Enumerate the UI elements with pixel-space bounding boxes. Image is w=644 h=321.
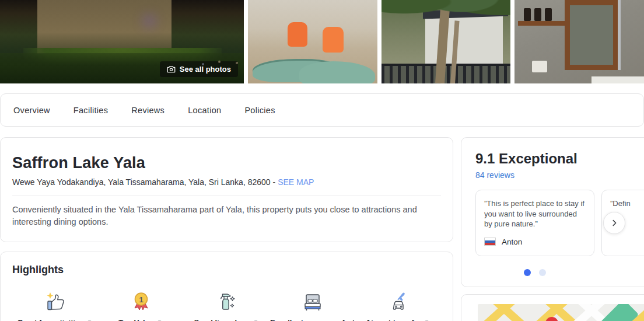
review-score-line: 9.1 Exceptional xyxy=(475,151,644,167)
content-row: Saffron Lake Yala Wewe Yaya Yodakandiya,… xyxy=(0,137,644,321)
photo-bottles-shape xyxy=(524,8,531,21)
photo-shelf-shape xyxy=(518,21,565,26)
photo-shower-shape xyxy=(618,0,621,70)
photo-gallery: See all photos xyxy=(0,0,644,83)
photo-lifevest-shape xyxy=(288,22,307,47)
spray-bottle-icon xyxy=(215,289,239,313)
highlight-sparkling-clean: Sparkling cleani xyxy=(184,289,270,321)
property-page: See all photos Overview Facilities xyxy=(0,0,644,321)
photo-kayak-shape-2 xyxy=(299,61,375,83)
reviews-count-link[interactable]: 84 reviews xyxy=(475,170,514,180)
review-carousel: ”This is perfect place to stay if you wa… xyxy=(475,190,644,256)
property-description: Conveniently situated in the Yala Tissam… xyxy=(12,204,438,229)
photo-mirror-shape xyxy=(565,0,618,70)
carousel-next-button[interactable] xyxy=(603,212,625,234)
divider xyxy=(12,196,441,196)
address-row: Wewe Yaya Yodakandiya, Yala Tissamaharam… xyxy=(12,177,441,187)
thumbs-up-icon xyxy=(44,289,67,313)
highlights-card: Highlights Great for activitiesi xyxy=(0,252,453,321)
highlight-label: Sparkling cleani xyxy=(194,318,259,321)
highlight-airport-transfer: Airport transferi xyxy=(355,289,441,321)
bed-icon xyxy=(301,289,324,313)
main-column: Saffron Lake Yala Wewe Yaya Yodakandiya,… xyxy=(0,137,453,321)
map-preview xyxy=(478,304,644,321)
medal-icon: 1 xyxy=(130,289,153,313)
photo-building-shape xyxy=(37,0,172,54)
photo-lifevest-shape-2 xyxy=(323,27,344,53)
carousel-dot-1[interactable] xyxy=(524,269,531,276)
highlight-great-for-activities: Great for activitiesi xyxy=(12,289,98,321)
highlights-row: Great for activitiesi 1 Top Valuei xyxy=(12,289,441,321)
section-nav: Overview Facilities Reviews Location Pol… xyxy=(0,93,644,127)
property-address: Wewe Yaya Yodakandiya, Yala Tissamaharam… xyxy=(12,177,275,187)
sidebar: 9.1 Exceptional 84 reviews ”This is perf… xyxy=(461,137,644,321)
gallery-photo-villa-exterior[interactable] xyxy=(382,0,511,83)
review-author-row: Anton xyxy=(484,238,586,246)
tab-policies[interactable]: Policies xyxy=(244,106,275,115)
photo-sink-shape xyxy=(592,76,644,83)
property-info-card: Saffron Lake Yala Wewe Yaya Yodakandiya,… xyxy=(0,137,453,242)
review-quote: ”This is perfect place to stay if you wa… xyxy=(484,198,586,229)
highlight-top-value: 1 Top Valuei xyxy=(98,289,184,321)
review-card-1: ”This is perfect place to stay if you wa… xyxy=(475,190,594,256)
see-all-photos-button[interactable]: See all photos xyxy=(160,61,238,77)
map-card[interactable] xyxy=(461,294,644,321)
review-score: 9.1 xyxy=(475,151,495,166)
highlight-room-comfort: Excellent room comfort & qualityi xyxy=(270,289,355,321)
review-score-word: Exceptional xyxy=(499,151,578,166)
gallery-photo-night-garden[interactable]: See all photos xyxy=(0,0,244,83)
photo-fence-shape xyxy=(382,64,511,83)
carousel-dot-2[interactable] xyxy=(539,269,546,276)
photo-foliage-shape xyxy=(382,0,511,30)
tab-overview[interactable]: Overview xyxy=(13,106,50,115)
gallery-photo-bathroom[interactable] xyxy=(514,0,644,83)
see-all-photos-label: See all photos xyxy=(180,65,231,74)
chevron-right-icon xyxy=(610,219,618,227)
highlight-label: Top Valuei xyxy=(118,318,163,321)
highlight-label: Great for activitiesi xyxy=(17,318,93,321)
rating-card: 9.1 Exceptional 84 reviews ”This is perf… xyxy=(461,137,644,287)
russia-flag-icon xyxy=(484,238,496,246)
tab-location[interactable]: Location xyxy=(188,106,221,115)
tab-reviews[interactable]: Reviews xyxy=(131,106,164,115)
review-quote: ”Defin xyxy=(610,198,644,209)
highlight-label: Airport transferi xyxy=(366,318,430,321)
camera-icon xyxy=(167,65,176,73)
highlight-label: Excellent room comfort & qualityi xyxy=(270,318,355,321)
tab-facilities[interactable]: Facilities xyxy=(74,106,108,115)
see-map-link[interactable]: SEE MAP xyxy=(278,177,314,187)
svg-text:1: 1 xyxy=(139,295,143,303)
carousel-pagination xyxy=(475,268,594,278)
highlights-title: Highlights xyxy=(12,264,441,276)
airport-transfer-icon xyxy=(387,289,410,313)
reviewer-name: Anton xyxy=(502,238,522,246)
property-name: Saffron Lake Yala xyxy=(12,154,441,172)
photo-outlet-shape xyxy=(532,61,547,72)
gallery-photo-kayak-lake[interactable] xyxy=(248,0,377,83)
